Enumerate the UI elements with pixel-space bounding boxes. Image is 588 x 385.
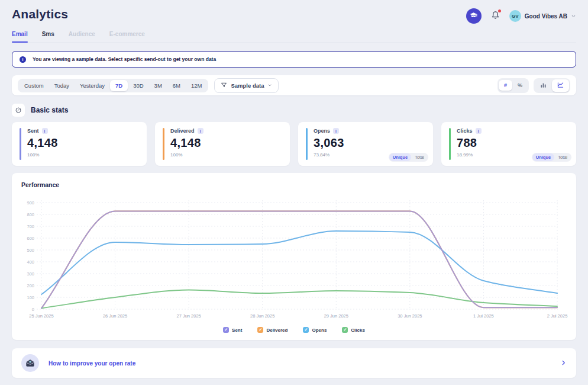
- legend-label: Sent: [232, 328, 242, 333]
- range-yesterday[interactable]: Yesterday: [75, 80, 110, 91]
- range-6m[interactable]: 6M: [167, 80, 186, 91]
- info-icon[interactable]: i: [476, 128, 482, 134]
- stat-label: Sent: [27, 128, 39, 134]
- info-icon[interactable]: i: [42, 128, 48, 134]
- stat-card-opens: Opens i 3,063 73.84% Unique Total: [298, 122, 433, 166]
- line-chart-icon: [557, 82, 564, 89]
- sample-data-banner: i You are viewing a sample data. Select …: [12, 51, 576, 68]
- hash-icon: #: [504, 82, 507, 88]
- legend-item-delivered[interactable]: ✓Delivered: [257, 327, 287, 333]
- performance-chart-svg: 010020030040050060070080090025 Jun 20252…: [21, 197, 567, 321]
- page-header: Analytics GV Good Vibes AB: [0, 0, 588, 24]
- range-3m[interactable]: 3M: [149, 80, 167, 91]
- legend-label: Opens: [312, 328, 327, 333]
- account-name: Good Vibes AB: [525, 13, 567, 20]
- bar-chart-icon: [540, 82, 547, 89]
- info-icon[interactable]: i: [333, 128, 339, 134]
- tab-email[interactable]: Email: [12, 31, 28, 42]
- page-title: Analytics: [12, 7, 68, 21]
- line-chart-mode-button[interactable]: [552, 79, 569, 92]
- notifications-button[interactable]: [491, 11, 500, 22]
- unique-option[interactable]: Unique: [532, 153, 554, 161]
- unique-option[interactable]: Unique: [389, 153, 411, 161]
- svg-text:27 Jun 2025: 27 Jun 2025: [176, 313, 201, 319]
- stat-label: Clicks: [457, 128, 473, 134]
- stat-card-sent: Sent i 4,148 100%: [12, 122, 147, 166]
- stat-value: 4,148: [170, 136, 284, 150]
- svg-text:700: 700: [27, 224, 34, 229]
- sendout-selector-button[interactable]: Sample data: [214, 78, 279, 93]
- bar-chart-mode-button[interactable]: [535, 79, 552, 92]
- stat-accent-bar: [449, 128, 451, 160]
- legend-checkbox-icon: ✓: [223, 327, 229, 333]
- svg-text:1 Jul 2025: 1 Jul 2025: [473, 313, 494, 319]
- svg-text:600: 600: [27, 236, 34, 241]
- date-range-selector: Custom Today Yesterday 7D 30D 3M 6M 12M: [18, 79, 208, 92]
- legend-item-sent[interactable]: ✓Sent: [223, 327, 242, 333]
- svg-text:25 Jun 2025: 25 Jun 2025: [29, 313, 53, 319]
- percent-icon: %: [518, 82, 522, 88]
- basic-stats-icon: [12, 104, 25, 117]
- sendout-selector-label: Sample data: [231, 82, 264, 89]
- stat-label: Delivered: [170, 128, 195, 134]
- chevron-down-icon: [571, 11, 576, 21]
- svg-text:200: 200: [27, 283, 34, 288]
- chart-type-toggle: [534, 78, 570, 93]
- svg-text:28 Jun 2025: 28 Jun 2025: [250, 313, 274, 319]
- legend-item-clicks[interactable]: ✓Clicks: [342, 327, 365, 333]
- display-toggles: # %: [497, 78, 570, 93]
- stat-label: Opens: [314, 128, 330, 134]
- svg-text:800: 800: [27, 212, 34, 217]
- number-mode-button[interactable]: #: [499, 80, 512, 91]
- tab-sms[interactable]: Sms: [42, 31, 54, 42]
- range-today[interactable]: Today: [49, 80, 75, 91]
- range-12m[interactable]: 12M: [186, 80, 207, 91]
- total-option[interactable]: Total: [554, 153, 571, 161]
- open-rate-help-link[interactable]: How to improve your open rate: [12, 348, 576, 378]
- svg-text:900: 900: [27, 200, 34, 206]
- chevron-right-icon: [560, 358, 567, 368]
- filter-bar: Custom Today Yesterday 7D 30D 3M 6M 12M …: [12, 75, 576, 95]
- info-icon: i: [20, 56, 26, 63]
- learning-center-button[interactable]: [466, 8, 482, 24]
- stat-accent-bar: [20, 128, 21, 160]
- chevron-down-icon: [267, 82, 272, 89]
- percent-mode-button[interactable]: %: [512, 80, 528, 91]
- info-icon[interactable]: i: [198, 128, 203, 134]
- svg-text:26 Jun 2025: 26 Jun 2025: [103, 313, 127, 319]
- svg-text:2 Jul 2025: 2 Jul 2025: [547, 313, 568, 319]
- stat-accent-bar: [306, 128, 308, 160]
- section-title: Basic stats: [31, 106, 68, 114]
- svg-text:0: 0: [32, 307, 34, 312]
- account-menu[interactable]: GV Good Vibes AB: [509, 10, 576, 22]
- notification-dot: [498, 9, 501, 12]
- avatar: GV: [509, 10, 521, 22]
- stat-accent-bar: [163, 128, 164, 160]
- chart-legend: ✓Sent✓Delivered✓Opens✓Clicks: [21, 327, 567, 333]
- legend-label: Delivered: [266, 328, 287, 333]
- legend-checkbox-icon: ✓: [257, 327, 263, 333]
- performance-chart: 010020030040050060070080090025 Jun 20252…: [21, 197, 567, 321]
- range-7d[interactable]: 7D: [110, 80, 128, 91]
- banner-text: You are viewing a sample data. Select sp…: [33, 56, 216, 62]
- header-actions: GV Good Vibes AB: [466, 8, 576, 24]
- svg-text:100: 100: [27, 295, 34, 300]
- tab-ecommerce[interactable]: E-commerce: [109, 31, 145, 42]
- total-option[interactable]: Total: [411, 153, 428, 161]
- svg-text:29 Jun 2025: 29 Jun 2025: [324, 313, 348, 319]
- range-custom[interactable]: Custom: [19, 80, 49, 91]
- value-mode-toggle: # %: [497, 78, 529, 93]
- legend-item-opens[interactable]: ✓Opens: [303, 327, 327, 333]
- legend-checkbox-icon: ✓: [342, 327, 348, 333]
- stat-percent: 100%: [27, 152, 141, 158]
- legend-checkbox-icon: ✓: [303, 327, 309, 333]
- legend-label: Clicks: [351, 328, 365, 333]
- open-email-icon: [21, 354, 39, 372]
- unique-total-toggle: Unique Total: [532, 153, 571, 162]
- range-30d[interactable]: 30D: [128, 80, 148, 91]
- open-rate-help-label: How to improve your open rate: [49, 360, 135, 367]
- svg-text:400: 400: [27, 259, 34, 265]
- stat-value: 788: [457, 136, 570, 150]
- graduation-cap-icon: [470, 11, 477, 21]
- tab-audience[interactable]: Audience: [69, 31, 95, 42]
